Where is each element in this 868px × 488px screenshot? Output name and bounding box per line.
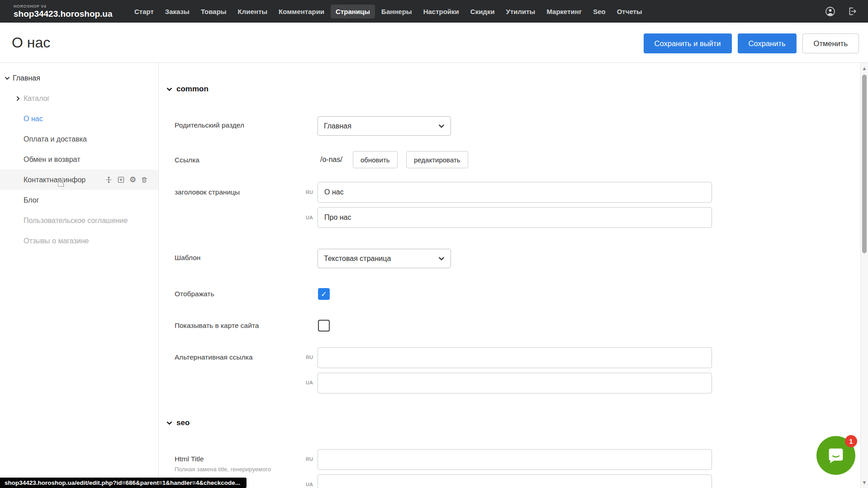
parent-section-value: Главная [324,122,351,130]
link-edit-button[interactable]: редактировать [406,151,468,168]
chat-unread-badge: 1 [845,435,857,447]
sitemap-label: Показывать в карте сайта [175,322,259,330]
nav-item-pages[interactable]: Страницы [331,5,375,19]
display-label: Отображать [175,290,214,298]
lang-tag-ru: RU [294,190,313,195]
tree-item-otzyvy-o-magazine[interactable]: Отзывы о магазине [0,231,158,251]
lang-tag-ru: RU [294,456,313,462]
section-seo-toggle[interactable]: seo [166,418,190,427]
tree-item-oplata-i-dostavka[interactable]: Оплата и доставка [0,129,158,149]
nav-item-utilities[interactable]: Утилиты [501,5,541,19]
scroll-down-arrow-icon[interactable]: ▼ [861,480,868,485]
link-url-statusbar: shop34423.horoshop.ua/edit/edit.php?id=6… [0,478,247,488]
tree-item-polzovatelskoe-soglashenie[interactable]: Пользовательское соглашение [0,210,158,231]
brand-version: HOROSHOP V4 [14,4,121,9]
tree-item-label: Блог [24,196,39,204]
display-checkbox[interactable]: ✓ [318,288,330,300]
lang-tag-ua: UA [294,215,313,220]
section-common-toggle[interactable]: common [166,85,209,94]
html-title-hint: Полная замена title, генерируемого [175,466,271,473]
main-menu: Старт Заказы Товары Клиенты Комментарии … [129,5,647,19]
page-title-label: заголовок страницы [175,188,240,196]
tree-item-label: Каталог [24,95,50,103]
vertical-scrollbar[interactable]: ▲ ▼ [860,63,868,488]
tree-item-o-nas[interactable]: О нас [0,109,158,129]
scrollbar-thumb[interactable] [862,75,867,253]
html-title-ru-input[interactable] [318,449,712,470]
alt-link-label: Альтернативная ссылка [175,353,253,361]
page-title-ua-input[interactable] [318,207,712,228]
tree-item-label: Главная [13,74,40,82]
alt-link-ru-input[interactable] [318,347,712,368]
tree-item-label: Оплата и доставка [24,135,87,143]
tree-item-glavnaya[interactable]: Главная [0,68,158,88]
logout-icon[interactable] [847,6,857,16]
tree-item-blog[interactable]: Блог [0,190,158,210]
alt-link-ua-input[interactable] [318,373,712,393]
tree-item-obmen-i-vozvrat[interactable]: Обмен и возврат [0,149,158,170]
page-title-ru-input[interactable] [318,182,712,203]
nav-item-reports[interactable]: Отчеты [612,5,647,19]
section-common-title: common [176,85,209,94]
settings-gear-icon[interactable]: ⚙ [129,176,136,184]
nav-item-discounts[interactable]: Скидки [465,5,500,19]
template-value: Текстовая страница [324,255,391,263]
nav-item-start[interactable]: Старт [129,5,159,19]
brand-domain: shop34423.horoshop.ua [14,9,121,19]
save-button[interactable]: Сохранить [738,33,797,53]
chevron-down-icon [438,123,445,129]
nav-item-comments[interactable]: Комментарии [274,5,329,19]
link-update-button[interactable]: обновить [353,151,398,168]
nav-item-marketing[interactable]: Маркетинг [541,5,587,19]
nav-item-banners[interactable]: Баннеры [376,5,417,19]
nav-item-seo[interactable]: Seo [588,5,611,19]
link-path-value: /o-nas/ [320,156,342,164]
html-title-ua-input[interactable] [318,474,712,488]
tree-item-label: Контактная инфор [24,176,85,184]
lang-tag-ua: UA [294,482,313,487]
tree-item-label: Пользовательское соглашение [24,217,128,225]
chevron-down-icon[interactable] [5,76,10,81]
nav-item-orders[interactable]: Заказы [160,5,194,19]
page-title: О нас [12,34,50,51]
nav-item-clients[interactable]: Клиенты [233,5,272,19]
chevron-right-icon[interactable] [15,96,21,101]
template-label: Шаблон [175,254,200,262]
tree-item-label: Отзывы о магазине [24,237,89,245]
delete-trash-icon[interactable] [141,176,148,184]
pages-tree-sidebar: Главная Каталог О нас Оплата и доставка … [0,63,158,488]
check-icon: ✓ [321,290,327,298]
cancel-button[interactable]: Отменить [802,33,859,53]
template-select[interactable]: Текстовая страница [318,249,451,268]
lang-tag-ua: UA [294,380,313,385]
tree-item-label: Обмен и возврат [24,156,80,164]
lang-tag-ru: RU [294,355,313,360]
section-seo-title: seo [176,418,190,427]
save-and-exit-button[interactable]: Сохранить и выйти [644,33,732,53]
page-header: О нас Сохранить и выйти Сохранить Отмени… [0,23,868,63]
top-navbar: HOROSHOP V4 shop34423.horoshop.ua Старт … [0,0,868,23]
navbar-right [825,6,868,17]
tree-item-actions: ⚙ [105,176,148,184]
page-edit-form: common Родительский раздел Главная Ссылк… [159,63,860,488]
parent-section-select[interactable]: Главная [318,116,451,136]
brand[interactable]: HOROSHOP V4 shop34423.horoshop.ua [14,4,121,19]
header-buttons: Сохранить и выйти Сохранить Отменить [644,33,859,53]
html-title-label: Html Title [175,455,204,463]
link-label: Ссылка [175,156,199,164]
tree-item-kontaktnaya-infor[interactable]: Контактная инфор ⚙ [0,170,158,190]
nav-item-settings[interactable]: Настройки [418,5,464,19]
sitemap-checkbox[interactable] [318,320,330,332]
tree-item-label: О нас [24,115,43,123]
chevron-down-icon [166,420,172,426]
scroll-up-arrow-icon[interactable]: ▲ [861,66,868,71]
chevron-down-icon [438,256,445,262]
user-account-icon[interactable] [825,6,835,17]
tree-item-katalog[interactable]: Каталог [0,88,158,109]
chat-widget-button[interactable]: 1 [816,436,855,475]
move-icon[interactable] [105,176,113,184]
add-page-icon[interactable] [117,176,125,184]
chevron-down-icon [166,86,172,92]
parent-section-label: Родительский раздел [175,121,244,129]
nav-item-products[interactable]: Товары [196,5,232,19]
